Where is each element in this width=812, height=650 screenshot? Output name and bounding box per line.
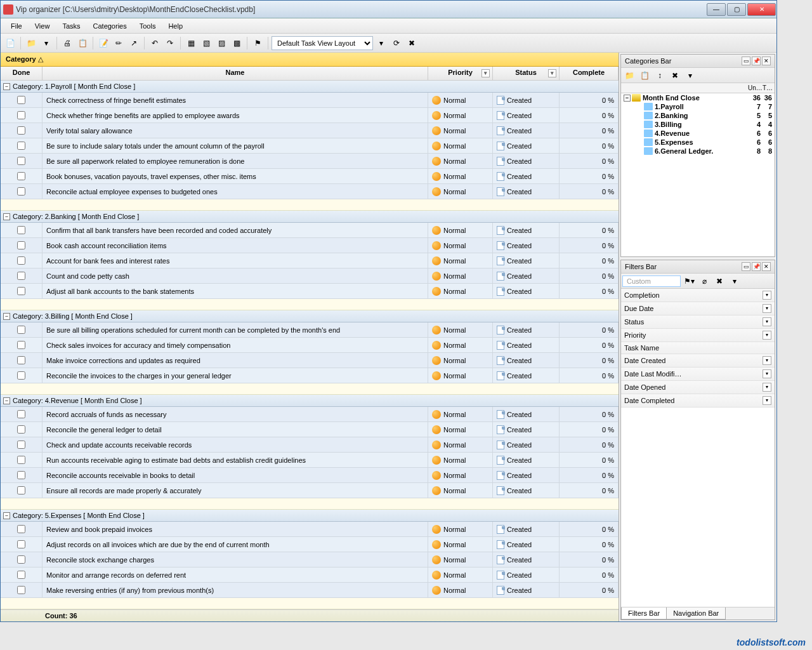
new-icon[interactable]: 📄 [3,36,17,50]
col-name[interactable]: Name [43,67,428,80]
cat-sort-icon[interactable]: ↕ [653,69,667,83]
print-icon[interactable]: 🖨 [60,36,74,50]
task-row[interactable]: Check sales invoices for accuracy and ti… [1,338,619,353]
flag-icon[interactable]: ⚑ [251,36,265,50]
cat-delete-icon[interactable]: ✖ [668,69,682,83]
cat-edit-icon[interactable]: 📋 [638,69,652,83]
col-status[interactable]: Status▾ [493,67,560,80]
close-button[interactable]: ✕ [747,3,776,16]
tab-navigation[interactable]: Navigation Bar [666,607,726,620]
cat4-icon[interactable]: ▩ [230,36,244,50]
task-row[interactable]: Reconcile the invoices to the charges in… [1,368,619,383]
task-row[interactable]: Be sure all paperwork related to employe… [1,154,619,169]
tree-item[interactable]: 1.Payroll77 [621,102,775,111]
tree-item[interactable]: 4.Revenue66 [621,129,775,138]
task-row[interactable]: Record accruals of funds as necessary No… [1,407,619,422]
done-checkbox[interactable] [17,126,25,135]
chevron-down-icon[interactable]: ▾ [763,304,771,313]
task-row[interactable]: Monitor and arrange records on deferred … [1,567,619,583]
filter-row[interactable]: Priority▾ [621,329,775,342]
task-row[interactable]: Be sure all billing operations scheduled… [1,322,619,338]
menu-help[interactable]: Help [162,20,189,32]
done-checkbox[interactable] [17,326,25,334]
done-checkbox[interactable] [17,111,25,119]
done-checkbox[interactable] [17,425,25,434]
done-checkbox[interactable] [17,456,25,464]
filter-more-icon[interactable]: ▾ [728,274,742,288]
category-row[interactable]: −Category: 3.Billing [ Month End Close ] [1,310,619,322]
category-row[interactable]: −Category: 5.Expenses [ Month End Close … [1,510,619,522]
pin-icon[interactable]: 📌 [752,262,761,271]
done-checkbox[interactable] [17,486,25,494]
close-icon[interactable]: ✕ [762,56,771,65]
filter-delete-icon[interactable]: ✖ [712,274,726,288]
filter-apply-icon[interactable]: ⚑▾ [682,274,696,288]
restore-icon[interactable]: ▭ [742,262,750,271]
cat-new-icon[interactable]: 📁 [622,69,636,83]
task-row[interactable]: Run accounts receivable aging to estimat… [1,453,619,468]
chevron-down-icon[interactable]: ▾ [763,383,771,392]
collapse-icon[interactable]: − [3,313,10,320]
done-checkbox[interactable] [17,272,25,280]
done-checkbox[interactable] [17,471,25,479]
undo-icon[interactable]: ↶ [148,36,162,50]
done-checkbox[interactable] [17,142,25,150]
menu-view[interactable]: View [29,20,56,32]
layout-select[interactable]: Default Task View Layout [272,36,373,50]
layout-apply-icon[interactable]: ▾ [374,36,388,50]
restore-icon[interactable]: ▭ [742,56,750,65]
task-row[interactable]: Be sure to include salary totals under t… [1,138,619,154]
tree-root[interactable]: −Month End Close3636 [621,93,775,102]
task-row[interactable]: Make invoice corrections and updates as … [1,353,619,368]
task-row[interactable]: Count and code petty cash Normal Created… [1,269,619,284]
tab-filters[interactable]: Filters Bar [621,607,667,620]
menu-file[interactable]: File [4,20,29,32]
task-row[interactable]: Reconcile accounts receivable in books t… [1,468,619,483]
col-priority[interactable]: Priority▾ [428,67,493,80]
task-row[interactable]: Check whether fringe benefits are applie… [1,108,619,123]
done-checkbox[interactable] [17,555,25,564]
done-checkbox[interactable] [17,540,25,548]
filter-row[interactable]: Status▾ [621,315,775,329]
done-checkbox[interactable] [17,157,25,165]
chevron-down-icon[interactable]: ▾ [763,317,771,326]
tree-item[interactable]: 3.Billing44 [621,120,775,129]
filter-row[interactable]: Date Opened▾ [621,381,775,394]
filter-dropdown-icon[interactable]: ▾ [548,69,556,77]
filter-row[interactable]: Date Last Modifi…▾ [621,368,775,381]
category-row[interactable]: −Category: 2.Banking [ Month End Close ] [1,211,619,223]
col-done[interactable]: Done [1,67,43,80]
cat3-icon[interactable]: ▨ [214,36,228,50]
filter-row[interactable]: Completion▾ [621,289,775,302]
done-checkbox[interactable] [17,410,25,418]
category-row[interactable]: −Category: 4.Revenue [ Month End Close ] [1,395,619,407]
group-bar[interactable]: Category △ [1,53,619,67]
maximize-button[interactable]: ▢ [727,3,746,16]
filter-row[interactable]: Date Created▾ [621,354,775,368]
done-checkbox[interactable] [17,172,25,180]
menu-categories[interactable]: Categories [87,20,133,32]
task-row[interactable]: Confirm that all bank transfers have bee… [1,223,619,238]
task-icon[interactable]: 📝 [96,36,110,50]
chevron-down-icon[interactable]: ▾ [763,331,771,340]
custom-filter-input[interactable]: Custom [622,275,681,287]
cat2-icon[interactable]: ▧ [199,36,213,50]
chevron-down-icon[interactable]: ▾ [763,369,771,378]
filter-clear-icon[interactable]: ⌀ [697,274,711,288]
task-row[interactable]: Verify total salary allowance Normal Cre… [1,123,619,138]
collapse-icon[interactable]: − [624,95,631,102]
task-row[interactable]: Adjust all bank accounts to the bank sta… [1,284,619,299]
tree-item[interactable]: 6.General Ledger.88 [621,147,775,156]
task-row[interactable]: Reconcile actual employee expenses to bu… [1,184,619,199]
done-checkbox[interactable] [17,441,25,449]
collapse-icon[interactable]: − [3,512,10,519]
task-row[interactable]: Reconcile the general ledger to detail N… [1,422,619,437]
task-row[interactable]: Ensure all records are made properly & a… [1,483,619,498]
cat1-icon[interactable]: ▦ [184,36,198,50]
chevron-down-icon[interactable]: ▾ [763,291,771,300]
chevron-down-icon[interactable]: ▾ [763,396,771,405]
done-checkbox[interactable] [17,226,25,234]
close-icon[interactable]: ✕ [762,262,771,271]
task-row[interactable]: Book bonuses, vacation payouts, travel e… [1,169,619,184]
menu-tasks[interactable]: Tasks [56,20,86,32]
